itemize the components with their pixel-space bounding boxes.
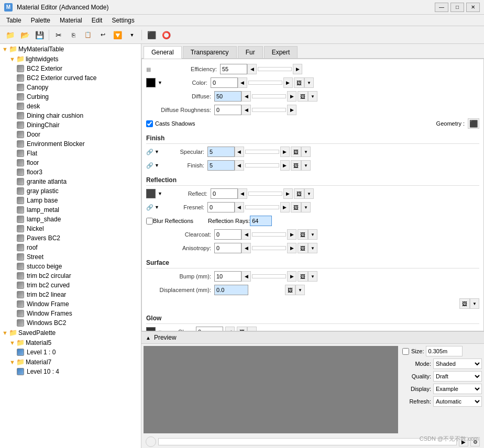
specular-input[interactable] (207, 147, 235, 157)
slider-right[interactable]: ▶ (287, 91, 296, 102)
display-select[interactable]: Example Sphere Cube (433, 384, 482, 394)
tree-item-lightwidgets[interactable]: ▼ 📁 lightwidgets (0, 54, 141, 64)
slider-track[interactable] (258, 67, 292, 71)
slider-track[interactable] (245, 150, 279, 154)
tree-item-diningchaircushion[interactable]: Dining chair cushion (0, 111, 141, 120)
tab-general[interactable]: General (144, 46, 182, 59)
tree-item-floor3[interactable]: floor3 (0, 167, 141, 177)
preview-scrollbar[interactable] (158, 438, 457, 445)
anisotropy-texture-btn[interactable]: 🖼 (298, 243, 308, 253)
cut-button[interactable]: ✂ (52, 28, 65, 42)
tree-item-trimbc2curved[interactable]: trim bc2 curved (0, 281, 141, 290)
menu-material[interactable]: Material (56, 16, 86, 25)
menu-table[interactable]: Table (2, 16, 26, 25)
color-texture-btn[interactable]: 🖼 (294, 77, 304, 88)
quality-select[interactable]: Draft Normal High (433, 371, 482, 382)
tree-item-level104[interactable]: Level 10 : 4 (0, 367, 141, 376)
glow-texture-btn[interactable]: 🖼 (237, 327, 247, 331)
tree-item-myMaterialTable[interactable]: ▼ 📁 MyMaterialTable (0, 44, 141, 54)
size-checkbox[interactable] (402, 348, 409, 355)
tree-item-canopy[interactable]: Canopy (0, 83, 141, 92)
finish-input[interactable] (207, 160, 235, 171)
save-button[interactable]: 💾 (32, 28, 46, 42)
refresh-select[interactable]: Automatic Manual (433, 396, 482, 407)
anisotropy-more-btn[interactable]: ▼ (308, 243, 317, 253)
filter-button[interactable]: 🔽 (111, 28, 124, 42)
tree-item-material7[interactable]: ▼ 📁 Material7 (0, 357, 141, 367)
blur-reflections-checkbox[interactable] (146, 218, 153, 225)
glow-input[interactable] (196, 327, 223, 331)
preview-render-button[interactable]: ⭕ (159, 28, 173, 42)
slider-track[interactable] (252, 108, 286, 112)
specular-texture-btn[interactable]: 🖼 (291, 147, 301, 157)
tree-item-street[interactable]: Street (0, 252, 141, 262)
slider-right[interactable]: ▶ (287, 243, 296, 253)
tab-fur[interactable]: Fur (238, 46, 263, 58)
slider-left[interactable]: ◀ (235, 202, 244, 212)
tab-transparency[interactable]: Transparency (183, 46, 237, 58)
tree-item-graniteatlanta[interactable]: granite atlanta (0, 177, 141, 186)
mode-select[interactable]: Shaded Wireframe Solid (433, 359, 482, 369)
slider-left[interactable]: ◀ (235, 160, 244, 171)
bump-more-btn[interactable]: ▼ (308, 271, 317, 282)
tree-item-lampbase[interactable]: Lamp base (0, 196, 141, 205)
diffuse-roughness-input[interactable] (214, 105, 241, 115)
filter-dropdown[interactable]: ▼ (125, 28, 139, 42)
maximize-button[interactable]: □ (450, 3, 464, 12)
bump-texture-btn[interactable]: 🖼 (298, 271, 308, 282)
close-button[interactable]: ✕ (466, 3, 480, 12)
tree-item-windowframe[interactable]: Window Frame (0, 299, 141, 309)
extra-texture-btn[interactable]: 🖼 (459, 298, 470, 309)
slider-right[interactable]: ▶ (287, 105, 296, 115)
slider-track[interactable] (248, 192, 282, 196)
minimize-button[interactable]: — (435, 3, 448, 12)
color-more-btn[interactable]: ▼ (304, 77, 314, 88)
slider-track[interactable] (248, 81, 282, 85)
tree-item-flat[interactable]: Flat (0, 149, 141, 158)
slider-left[interactable]: ◀ (241, 229, 251, 240)
glow-more-btn[interactable]: ▼ (247, 327, 257, 331)
render-button[interactable]: ⬛ (145, 28, 158, 42)
tree-item-stuccobeige[interactable]: stucco beige (0, 262, 141, 271)
slider-right[interactable]: ▶ (283, 77, 293, 88)
displacement-texture-btn[interactable]: 🖼 (285, 285, 295, 295)
new-button[interactable]: 📁 (3, 28, 17, 42)
tree-item-nickel[interactable]: Nickel (0, 224, 141, 233)
reflect-swatch[interactable] (146, 189, 156, 198)
efficiency-input[interactable] (220, 64, 247, 74)
tree-item-floor[interactable]: floor (0, 158, 141, 167)
import-button[interactable]: ↩ (96, 28, 109, 42)
slider-right[interactable]: ▶ (287, 271, 296, 282)
menu-palette[interactable]: Palette (27, 16, 54, 25)
tree-item-bc2extcurved[interactable]: BC2 Exterior curved face (0, 73, 141, 83)
slider-left[interactable]: ◀ (241, 105, 251, 115)
tree-item-desk[interactable]: desk (0, 102, 141, 111)
slider-track[interactable] (252, 232, 286, 237)
slider-track[interactable] (245, 205, 279, 209)
tree-item-windowframes[interactable]: Window Frames (0, 309, 141, 318)
fresnel-more-btn[interactable]: ▼ (301, 202, 311, 212)
displacement-more-btn[interactable]: ▼ (295, 285, 305, 295)
tree-item-material5[interactable]: ▼ 📁 Material5 (0, 338, 141, 348)
fresnel-input[interactable] (207, 202, 235, 212)
tree-item-trimbc2circular[interactable]: trim bc2 circular (0, 271, 141, 281)
slider-left[interactable]: ◀ (241, 271, 251, 282)
tree-item-diningchair[interactable]: DiningChair (0, 120, 141, 130)
casts-shadows-checkbox[interactable] (146, 120, 153, 127)
color-input[interactable] (211, 77, 238, 88)
tree-item-curbing[interactable]: Curbing (0, 92, 141, 102)
tree-item-paversbc2[interactable]: Pavers BC2 (0, 233, 141, 243)
size-input[interactable] (426, 346, 463, 356)
glow-slider-left[interactable]: ◀ (225, 327, 235, 331)
slider-left[interactable]: ◀ (241, 243, 251, 253)
specular-more-btn[interactable]: ▼ (301, 147, 311, 157)
slider-left[interactable]: ◀ (235, 147, 244, 157)
finish-more-btn[interactable]: ▼ (301, 160, 311, 171)
tree-item-bc2ext[interactable]: BC2 Exterior (0, 64, 141, 73)
tree-item-envblocker[interactable]: Environment Blocker (0, 139, 141, 149)
reflection-rays-input[interactable] (250, 216, 272, 226)
anisotropy-input[interactable] (214, 243, 241, 253)
slider-left[interactable]: ◀ (238, 188, 247, 199)
reflect-input[interactable] (211, 188, 238, 199)
copy-button[interactable]: ⎘ (67, 28, 80, 42)
